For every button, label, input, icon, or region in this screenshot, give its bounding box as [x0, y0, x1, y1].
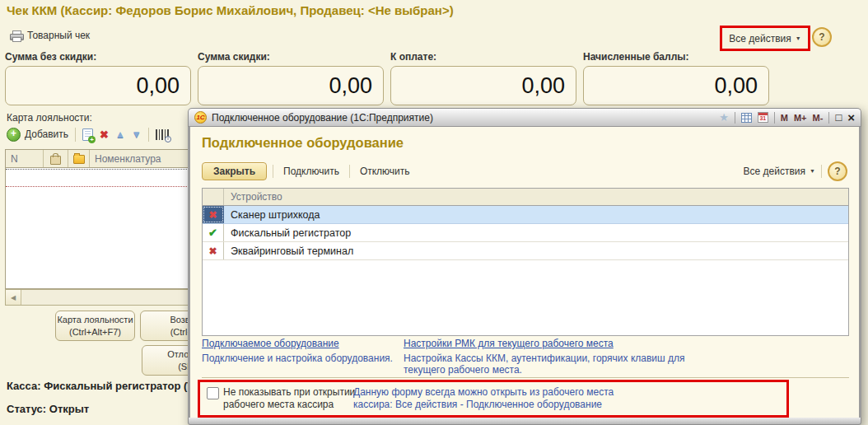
bag-icon	[50, 156, 61, 165]
copy-icon[interactable]	[82, 128, 93, 141]
button-shortcut: (Ctrl+Alt+F7)	[56, 326, 134, 339]
disconnect-button[interactable]: Отключить	[356, 166, 414, 177]
dialog-heading: Подключенное оборудование	[202, 135, 404, 151]
dont-show-checkbox-label[interactable]: Не показывать при открытии рабочего мест…	[223, 386, 362, 411]
close-dialog-button[interactable]: Закрыть	[202, 162, 267, 180]
status-value: Открыт	[49, 403, 89, 415]
titlebar-buttons: ★ 31 M M+ M- □ ×	[719, 111, 855, 124]
to-pay-field[interactable]: 0,00	[390, 66, 576, 105]
dialog-bottom-frame	[188, 418, 861, 425]
add-button-label: Добавить	[25, 128, 68, 140]
table-row[interactable]: ✔ Фискальный регистратор	[203, 224, 848, 242]
kassa-status-line: Касса: Фискальный регистратор (Т	[7, 380, 194, 392]
field-label: Сумма без скидки:	[5, 51, 191, 63]
toolbar-separator	[75, 128, 76, 142]
status-cell: ✖	[203, 206, 224, 223]
field-label: К оплате:	[390, 51, 576, 63]
move-down-icon[interactable]: ▼	[132, 128, 142, 140]
dialog-body: Подключенное оборудование Закрыть Подклю…	[188, 127, 861, 418]
table-row[interactable]: ✖ Сканер штрихкода	[203, 206, 848, 224]
device-name: Эквайринговый терминал	[224, 245, 848, 257]
barcode-search-icon[interactable]	[156, 129, 170, 140]
device-name: Фискальный регистратор	[224, 227, 848, 239]
accrued-points-field[interactable]: 0,00	[583, 66, 769, 105]
total-to-pay: К оплате: 0,00	[390, 51, 576, 105]
main-all-actions-button[interactable]: Все действия ▼	[720, 26, 810, 51]
toolbar-separator	[349, 165, 350, 178]
column-bag[interactable]	[44, 150, 68, 167]
dialog-all-actions-label: Все действия	[744, 166, 805, 177]
maximize-icon[interactable]: □	[835, 112, 842, 123]
kassa-label: Касса:	[7, 380, 41, 392]
folder-icon	[73, 155, 85, 164]
main-help-button[interactable]: ?	[812, 27, 832, 47]
toolbar-separator	[148, 128, 149, 142]
connected-check-icon: ✔	[208, 227, 217, 239]
memory-m-button[interactable]: M	[781, 113, 788, 123]
loyalty-card-button[interactable]: Карта лояльности (Ctrl+Alt+F7)	[55, 311, 135, 341]
connected-equipment-dialog: 1С Подключенное оборудование (1С:Предпри…	[188, 108, 861, 425]
close-icon[interactable]: ×	[847, 111, 855, 124]
chevron-down-icon: ▼	[796, 35, 801, 41]
disconnected-cross-icon: ✖	[208, 245, 217, 257]
titlebar-separator	[774, 112, 775, 124]
dialog-titlebar[interactable]: 1С Подключенное оборудование (1С:Предпри…	[188, 108, 861, 127]
calendar-icon[interactable]: 31	[758, 112, 768, 123]
status-line: Статус: Открыт	[7, 403, 89, 415]
status-cell: ✔	[203, 224, 224, 241]
column-folder[interactable]	[68, 150, 90, 167]
main-all-actions-label: Все действия	[729, 33, 791, 44]
link-rmk-settings[interactable]: Настройки РМК для текущего рабочего мест…	[404, 338, 614, 349]
screen: Чек ККМ (Кассир: Федоров Борис Михайлови…	[0, 0, 868, 425]
toolbar-separator	[273, 165, 273, 178]
field-label: Начисленные баллы:	[583, 51, 769, 63]
move-up-icon[interactable]: ▲	[115, 128, 125, 140]
sum-without-discount-field[interactable]: 0,00	[5, 66, 191, 105]
column-n[interactable]: N	[6, 150, 44, 167]
link-description: Подключение и настройка оборудования.	[202, 353, 393, 364]
plus-circle-icon: +	[7, 128, 21, 142]
add-button[interactable]: + Добавить	[7, 128, 68, 142]
field-label: Сумма скидки:	[198, 51, 384, 63]
devices-table-header: Устройство	[203, 189, 848, 206]
1c-logo-icon: 1С	[194, 111, 207, 124]
printer-icon	[10, 30, 22, 40]
memory-mminus-button[interactable]: M-	[813, 113, 824, 123]
table-row[interactable]: ✖ Эквайринговый терминал	[203, 242, 848, 260]
items-toolbar: + Добавить ✖ ▲ ▼	[7, 124, 170, 145]
dialog-all-actions-button[interactable]: Все действия ▼	[744, 166, 815, 177]
discount-sum-field[interactable]: 0,00	[198, 66, 384, 105]
status-label: Статус:	[7, 403, 46, 415]
device-column-header[interactable]: Устройство	[224, 191, 848, 203]
footer-hint-text: Данную форму всегда можно открыть из раб…	[353, 386, 627, 411]
connect-button[interactable]: Подключить	[279, 166, 343, 177]
titlebar-separator	[828, 112, 829, 124]
total-sum-without-discount: Сумма без скидки: 0,00	[5, 51, 191, 105]
calculator-icon[interactable]	[741, 113, 752, 123]
memory-mplus-button[interactable]: M+	[794, 113, 807, 123]
product-receipt-label: Товарный чек	[27, 30, 90, 41]
button-label: Карта лояльности	[56, 314, 134, 326]
status-column	[203, 189, 224, 205]
status-cell: ✖	[203, 242, 224, 259]
kassa-value: Фискальный регистратор (Т	[44, 380, 194, 392]
favorites-star-icon[interactable]: ★	[719, 112, 729, 123]
chevron-down-icon: ▼	[810, 168, 815, 174]
dialog-help-button[interactable]: ?	[828, 161, 847, 181]
loyalty-card-label: Карта лояльности:	[7, 112, 92, 124]
link-connectable-equipment[interactable]: Подключаемое оборудование	[202, 338, 339, 349]
dont-show-checkbox[interactable]	[207, 387, 219, 399]
dialog-toolbar: Закрыть Подключить Отключить Все действи…	[202, 161, 847, 181]
device-name: Сканер штрихкода	[224, 209, 848, 221]
scroll-left-icon[interactable]: ◀	[6, 290, 21, 305]
delete-icon[interactable]: ✖	[100, 128, 109, 141]
product-receipt-button[interactable]: Товарный чек	[10, 30, 90, 41]
toolbar-separator	[821, 165, 822, 178]
page-title: Чек ККМ (Кассир: Федоров Борис Михайлови…	[7, 3, 454, 17]
link-description: Настройка Кассы ККМ, аутентификации, гор…	[404, 353, 697, 376]
footer-highlight-box: Не показывать при открытии рабочего мест…	[198, 380, 789, 418]
total-accrued-points: Начисленные баллы: 0,00	[583, 51, 769, 105]
devices-table: Устройство ✖ Сканер штрихкода ✔ Фискальн…	[202, 188, 849, 336]
dialog-title: Подключенное оборудование (1С:Предприяти…	[212, 112, 433, 124]
footer-divider	[202, 377, 849, 378]
